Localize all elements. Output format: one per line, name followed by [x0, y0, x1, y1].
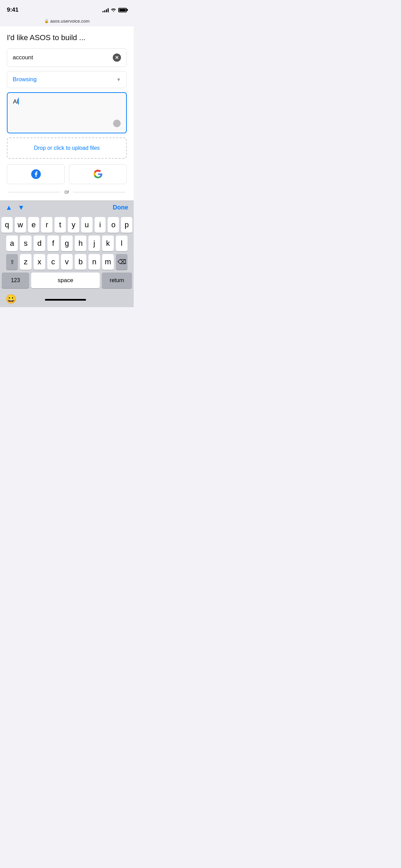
search-field-value: account [13, 54, 33, 61]
key-q[interactable]: q [1, 217, 13, 233]
key-t[interactable]: t [54, 217, 66, 233]
google-button[interactable] [69, 164, 127, 184]
bottom-bar: 😀 [0, 292, 134, 307]
google-icon [93, 169, 103, 179]
key-o[interactable]: o [108, 217, 119, 233]
key-i[interactable]: i [95, 217, 106, 233]
keyboard: q w e r t y u i o p a s d f g h j k l ⇧ … [0, 214, 134, 292]
key-u[interactable]: u [81, 217, 93, 233]
home-indicator [45, 299, 86, 301]
search-field[interactable]: account ✕ [7, 48, 127, 67]
social-buttons [7, 164, 127, 184]
key-f[interactable]: f [47, 236, 59, 251]
return-key[interactable]: return [102, 273, 132, 288]
dropdown-label: Browsing [13, 76, 37, 83]
scroll-indicator [113, 120, 121, 127]
key-d[interactable]: d [34, 236, 45, 251]
text-cursor [18, 98, 19, 105]
key-a[interactable]: a [6, 236, 18, 251]
or-divider: or [7, 189, 127, 195]
key-r[interactable]: r [41, 217, 52, 233]
facebook-button[interactable] [7, 164, 65, 184]
battery-icon [118, 8, 127, 12]
category-dropdown[interactable]: Browsing ▼ [7, 71, 127, 88]
browser-url: asos.uservoice.com [50, 19, 90, 24]
key-g[interactable]: g [61, 236, 73, 251]
keyboard-toolbar: ▲ ▼ Done [0, 201, 134, 214]
or-text: or [64, 189, 69, 195]
key-s[interactable]: s [20, 236, 32, 251]
upload-text: Drop or click to upload files [34, 145, 100, 151]
key-m[interactable]: m [102, 254, 114, 270]
delete-key[interactable]: ⌫ [116, 254, 127, 270]
key-n[interactable]: n [88, 254, 100, 270]
key-row-1: q w e r t y u i o p [1, 217, 132, 233]
status-time: 9:41 [7, 7, 19, 13]
text-area[interactable]: Al [7, 92, 127, 133]
key-row-3: ⇧ z x c v b n m ⌫ [1, 254, 132, 270]
key-y[interactable]: y [68, 217, 79, 233]
clear-button[interactable]: ✕ [113, 53, 121, 62]
toolbar-nav: ▲ ▼ [5, 204, 25, 212]
divider-line-right [73, 192, 125, 192]
status-bar: 9:41 [0, 0, 134, 17]
facebook-icon [31, 169, 41, 179]
wifi-icon [111, 8, 116, 12]
space-key[interactable]: space [31, 273, 100, 288]
content-area: I'd like ASOS to build ... account ✕ Bro… [0, 26, 134, 201]
text-area-value: Al [13, 98, 18, 105]
key-row-bottom: 123 space return [1, 273, 132, 288]
browser-bar: 🔒 asos.uservoice.com [0, 17, 134, 26]
chevron-down-icon: ▼ [116, 77, 121, 82]
key-v[interactable]: v [61, 254, 73, 270]
upload-area[interactable]: Drop or click to upload files [7, 137, 127, 159]
nav-up-button[interactable]: ▲ [5, 204, 12, 212]
key-x[interactable]: x [34, 254, 45, 270]
key-row-2: a s d f g h j k l [1, 236, 132, 251]
key-l[interactable]: l [116, 236, 127, 251]
done-button[interactable]: Done [113, 204, 128, 211]
key-e[interactable]: e [28, 217, 39, 233]
page-heading: I'd like ASOS to build ... [7, 33, 127, 42]
signal-icon [102, 8, 109, 12]
nav-down-button[interactable]: ▼ [18, 204, 25, 212]
key-k[interactable]: k [102, 236, 114, 251]
key-p[interactable]: p [121, 217, 132, 233]
numbers-key[interactable]: 123 [2, 273, 29, 288]
key-b[interactable]: b [75, 254, 86, 270]
lock-icon: 🔒 [44, 19, 49, 23]
key-w[interactable]: w [15, 217, 26, 233]
key-h[interactable]: h [75, 236, 86, 251]
divider-line-left [8, 192, 60, 192]
key-z[interactable]: z [20, 254, 32, 270]
emoji-button[interactable]: 😀 [5, 294, 16, 304]
shift-key[interactable]: ⇧ [6, 254, 18, 270]
status-icons [102, 8, 127, 12]
key-j[interactable]: j [88, 236, 100, 251]
key-c[interactable]: c [47, 254, 59, 270]
